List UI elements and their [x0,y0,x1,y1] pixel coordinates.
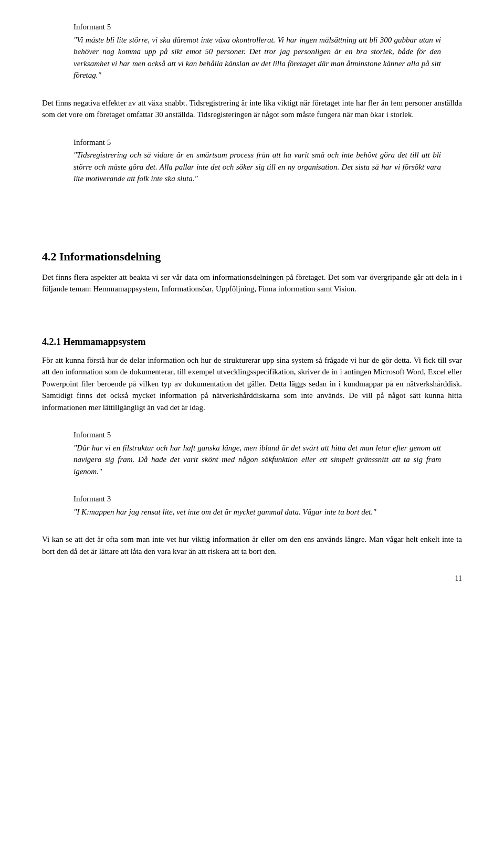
informant5-quote-3: "Där har vi en filstruktur och har haft … [74,442,441,478]
informant5-quote-2: "Tidsregistrering och så vidare är en sm… [74,149,441,185]
informant5-block-1: Informant 5 "Vi måste bli lite större, v… [74,21,441,81]
quote1-line1: "Vi måste bli lite större, vi ska däremo… [74,36,275,44]
informant5-label-3: Informant 5 [74,429,441,441]
informant5-block-3: Informant 5 "Där har vi en filstruktur o… [74,429,441,477]
page: Informant 5 "Vi måste bli lite större, v… [0,0,504,860]
informant5-block-2: Informant 5 "Tidsregistrering och så vid… [74,137,441,185]
section-421-heading: 4.2.1 Hemmamappsystem [42,335,462,349]
informant5-label-1: Informant 5 [74,21,441,33]
informant5-quote-1: "Vi måste bli lite större, vi ska däremo… [74,34,441,81]
section-42-heading: 4.2 Informationsdelning [42,248,462,265]
page-number: 11 [42,573,462,584]
informant5-label-2: Informant 5 [74,137,441,149]
informant3-block: Informant 3 "I K:mappen har jag rensat l… [74,493,441,518]
section-42-para1: Det finns flera aspekter att beakta vi s… [42,271,462,295]
final-para: Vi kan se att det är ofta som man inte v… [42,533,462,557]
informant3-quote: "I K:mappen har jag rensat lite, vet int… [74,506,441,518]
section-421-para1: För att kunna förstå hur de delar inform… [42,354,462,414]
negative-effects-para: Det finns negativa effekter av att växa … [42,97,462,121]
informant3-label: Informant 3 [74,493,441,505]
